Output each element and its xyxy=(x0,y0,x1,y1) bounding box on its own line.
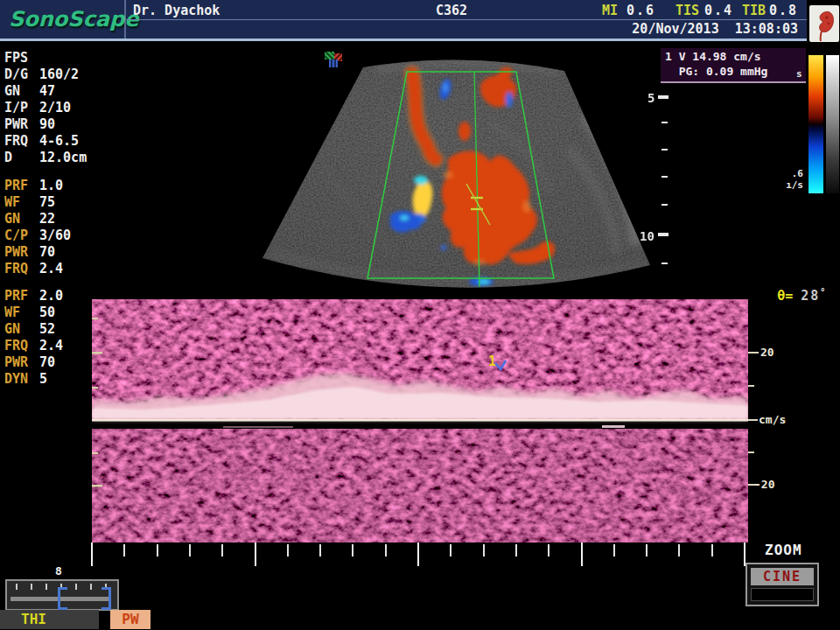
param-label: WF xyxy=(4,194,20,210)
doctor-name: Dr. Dyachok xyxy=(133,3,220,18)
axis-unit-label: cm/s xyxy=(759,413,786,426)
param-value: 12.0cm xyxy=(39,150,87,165)
degree-symbol: ° xyxy=(820,287,825,297)
mi-value: 0.6 xyxy=(626,3,655,18)
param-label: GN xyxy=(4,321,20,337)
datetime: 20/Nov/2013 13:08:03 xyxy=(490,21,798,37)
depth-label-5: 5 xyxy=(648,91,654,105)
cine-frame-value: 8 xyxy=(55,564,62,578)
param-label: DYN xyxy=(4,371,28,387)
param-label: PRF xyxy=(4,178,28,193)
ultrasound-screen: SonoScape Dr. Dyachok C362 MI 0.6 TIS 0.… xyxy=(0,0,840,630)
velocity-measurement: 1 V 14.98 cm/s xyxy=(665,50,761,63)
param-label: GN xyxy=(4,211,20,227)
param-label: PRF xyxy=(4,288,28,304)
param-value: 75 xyxy=(39,194,55,210)
param-value: 50 xyxy=(39,304,55,320)
thi-mode-strip: THI xyxy=(0,610,99,629)
param-value: 4-6.5 xyxy=(39,133,79,149)
theta-value: 28 xyxy=(801,288,820,304)
tib-label: TIB xyxy=(742,3,766,18)
param-value: 22 xyxy=(39,211,55,227)
param-label: FRQ xyxy=(4,261,28,276)
topbar-row-divider xyxy=(126,19,807,20)
param-label: PWR xyxy=(4,354,28,370)
time-axis xyxy=(91,542,752,567)
angle-correction-readout: θ= 28° xyxy=(746,271,825,319)
depth-label-10: 10 xyxy=(640,229,654,243)
zoom-label[interactable]: ZOOM xyxy=(765,542,802,558)
param-value: 70 xyxy=(39,244,55,260)
measurement-marker-1[interactable]: 1 xyxy=(488,354,496,369)
pressure-gradient-measurement: PG: 0.09 mmHg xyxy=(665,65,767,78)
param-value: 2.0 xyxy=(39,288,63,304)
param-label: PWR xyxy=(4,244,28,260)
param-value: 2/10 xyxy=(39,100,71,116)
tib-value: 0.8 xyxy=(769,3,798,18)
param-label: D/G xyxy=(4,66,28,82)
thi-mode-label[interactable]: THI xyxy=(21,611,46,627)
param-label: PWR xyxy=(4,116,28,132)
pw-mode-badge[interactable]: PW xyxy=(110,610,150,629)
param-label: FRQ xyxy=(4,133,28,149)
param-label: WF xyxy=(4,304,20,320)
b-mode-display xyxy=(219,44,674,298)
topbar-bottom-edge xyxy=(0,38,807,41)
param-label: I/P xyxy=(4,100,28,116)
param-value: 160/2 xyxy=(39,66,79,82)
axis-label-minus20: -20 xyxy=(754,478,774,491)
param-value: 47 xyxy=(39,83,55,99)
slider-left-bracket[interactable] xyxy=(58,587,67,610)
param-value: 5 xyxy=(39,371,47,387)
colorbar-scale-unit: ı/s xyxy=(782,179,803,191)
spectral-doppler-display: 1 xyxy=(92,299,748,542)
cine-scroll-slider[interactable] xyxy=(5,579,119,611)
param-label: D xyxy=(4,150,12,165)
param-value: 2.4 xyxy=(39,261,63,276)
colorbar-scale-value: .6 xyxy=(784,168,803,179)
measurement-result-box: 1 V 14.98 cm/s PG: 0.09 mmHg xyxy=(661,48,806,83)
cine-button-label[interactable]: CINE xyxy=(751,568,814,585)
param-value: 70 xyxy=(39,354,55,370)
colorbar-top-label: s xyxy=(796,68,802,80)
param-value: 1.0 xyxy=(39,178,63,193)
cine-button[interactable]: CINE xyxy=(746,563,819,606)
probe-orientation-icon xyxy=(325,50,343,68)
tis-value: 0.4 xyxy=(704,3,733,18)
cine-progress-area xyxy=(751,588,814,601)
param-label: C/P xyxy=(4,228,28,243)
param-label: GN xyxy=(4,83,20,99)
sonoscape-logo: SonoScape xyxy=(9,7,121,32)
axis-label-plus20: 20 xyxy=(760,346,774,359)
param-value: 3/60 xyxy=(39,228,71,243)
pw-mode-label[interactable]: PW xyxy=(122,611,138,627)
param-label: FRQ xyxy=(4,338,28,354)
color-doppler-scale-bar xyxy=(808,55,823,193)
probe-model: C362 xyxy=(436,3,467,18)
doppler-baseline[interactable] xyxy=(92,419,748,422)
tis-label: TIS xyxy=(676,3,699,18)
body-mark-kidney-icon[interactable] xyxy=(809,5,839,42)
param-label: FPS xyxy=(4,50,28,66)
slider-right-bracket[interactable] xyxy=(102,587,111,610)
param-value: 52 xyxy=(39,321,55,337)
mi-label: MI xyxy=(602,3,618,18)
theta-symbol: θ= xyxy=(777,288,793,304)
param-value: 2.4 xyxy=(39,338,63,354)
param-value: 90 xyxy=(39,116,55,132)
grayscale-bar xyxy=(826,55,839,193)
